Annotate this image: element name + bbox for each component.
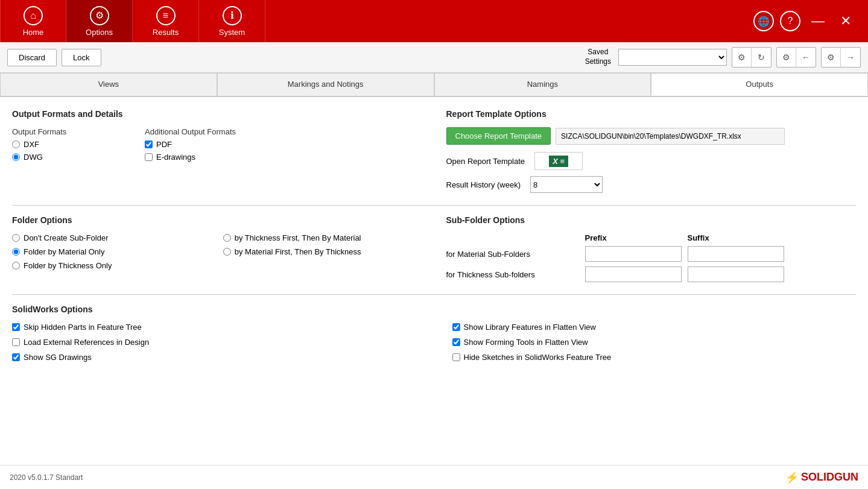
show-forming-label: Show Forming Tools in Flatten View [464,338,588,347]
hide-sketches-option: Hide Sketches in SolidWorks Feature Tree [452,353,857,362]
saved-settings-label: SavedSettings [585,48,611,66]
prefix-suffix-headers: Prefix Suffix [446,233,857,242]
toolbar-group-2: ⚙ ← [776,47,816,68]
additional-formats-group: Additional Output Formats PDF E-drawings [145,127,241,162]
folder-sections: Folder Options Don't Create Sub-Folder b… [12,215,856,282]
show-library-checkbox[interactable] [452,323,460,331]
no-subfolder-radio[interactable] [12,234,20,242]
show-library-label: Show Library Features in Flatten View [464,323,596,332]
output-formats-label: Output Formats [12,127,109,136]
excel-icon-box[interactable]: X ≡ [534,152,583,170]
skip-hidden-checkbox[interactable] [12,323,20,331]
logo-text: SOLIDGUN [801,471,858,484]
dxf-label: DXF [24,140,39,149]
thickness-first-radio[interactable] [223,234,231,242]
material-only-option: Folder by Material Only [12,247,211,256]
show-forming-checkbox[interactable] [452,338,460,346]
load-external-checkbox[interactable] [12,338,20,346]
tab-namings[interactable]: Namings [434,73,651,96]
choose-template-button[interactable]: Choose Report Template [446,127,551,145]
load-external-option: Load External References in Design [12,338,416,347]
edrawings-option: E-drawings [145,153,241,162]
output-formats-section: Output Formats and Details Output Format… [12,109,422,193]
nav-home[interactable]: ⌂ Home [0,0,66,42]
material-subfolder-row: for Material Sub-Folders [446,246,857,262]
pdf-option: PDF [145,140,241,149]
toolbar-group-3: ⚙ → [821,47,861,68]
folder-options-section: Folder Options Don't Create Sub-Folder b… [12,215,422,282]
open-template-row: Open Report Template X ≡ [446,152,857,170]
hide-sketches-checkbox[interactable] [452,353,460,361]
footer-logo: ⚡ SOLIDGUN [785,471,858,484]
load-external-label: Load External References in Design [24,338,149,347]
help-icon[interactable]: ? [780,11,800,31]
material-suffix-input[interactable] [688,246,784,262]
report-template-title: Report Template Options [446,109,857,119]
main-content: Output Formats and Details Output Format… [0,97,868,487]
discard-button[interactable]: Discard [7,49,57,66]
settings-icon-1[interactable]: ⚙ [732,48,752,67]
nav-options[interactable]: ⚙ Options [66,0,133,42]
folder-options-title: Folder Options [12,215,422,225]
toolbar: Discard Lock SavedSettings ⚙ ↻ ⚙ ← ⚙ → [0,42,868,73]
material-first-label: by Material First, Then By Thickness [235,247,361,256]
show-library-option: Show Library Features in Flatten View [452,323,857,332]
solidworks-options-grid: Skip Hidden Parts in Feature Tree Load E… [12,323,856,368]
logo-symbol: ⚡ [785,471,799,484]
forward-icon[interactable]: → [841,48,860,67]
tab-markings[interactable]: Markings and Notings [217,73,434,96]
thickness-only-radio[interactable] [12,262,20,270]
show-forming-option: Show Forming Tools in Flatten View [452,338,857,347]
dwg-radio[interactable] [12,153,20,161]
thickness-only-option: Folder by Thickness Only [12,261,211,270]
globe-icon[interactable]: 🌐 [753,11,774,31]
close-button[interactable]: ✕ [835,11,856,31]
results-icon: ≡ [156,6,176,25]
settings-icon-3[interactable]: ⚙ [822,48,841,67]
subfolder-options-section: Sub-Folder Options Prefix Suffix for Mat… [446,215,857,282]
thickness-first-label: by Thickness First, Then By Material [235,233,361,242]
result-history-select[interactable]: 8 4 12 16 20 [530,176,603,193]
nav-results[interactable]: ≡ Results [133,0,199,42]
material-first-radio[interactable] [223,248,231,256]
hide-sketches-label: Hide Sketches in SolidWorks Feature Tree [464,353,612,362]
edrawings-label: E-drawings [156,153,195,162]
choose-template-row: Choose Report Template SIZCA\SOLIDGUN\bi… [446,127,857,145]
options-icon: ⚙ [90,6,109,25]
edrawings-checkbox[interactable] [145,153,153,161]
thickness-suffix-input[interactable] [688,267,784,282]
show-sg-checkbox[interactable] [12,353,20,361]
divider-1 [12,205,856,206]
settings-icon-2[interactable]: ⚙ [777,48,796,67]
top-navigation: ⌂ Home ⚙ Options ≡ Results ℹ System 🌐 ? … [0,0,868,42]
home-icon: ⌂ [24,6,43,25]
open-template-label: Open Report Template [446,157,525,166]
dxf-radio[interactable] [12,140,20,148]
pdf-checkbox[interactable] [145,140,153,148]
show-sg-option: Show SG Drawings [12,353,416,362]
divider-2 [12,294,856,295]
nav-right-controls: 🌐 ? — ✕ [753,11,868,31]
minimize-button[interactable]: — [806,11,829,31]
footer: 2020 v5.0.1.7 Standart ⚡ SOLIDGUN [0,465,868,489]
thickness-subfolder-label: for Thickness Sub-folders [446,270,579,279]
system-icon: ℹ [223,6,242,25]
report-template-section: Report Template Options Choose Report Te… [446,109,857,193]
tab-outputs[interactable]: Outputs [651,73,868,96]
solidworks-options-section: SolidWorks Options Skip Hidden Parts in … [12,304,856,368]
material-only-radio[interactable] [12,248,20,256]
saved-settings-select[interactable] [618,49,727,66]
show-sg-label: Show SG Drawings [24,353,92,362]
tab-views[interactable]: Views [0,73,217,96]
folder-options-grid: Don't Create Sub-Folder by Thickness Fir… [12,233,422,270]
skip-hidden-label: Skip Hidden Parts in Feature Tree [24,323,142,332]
dxf-option: DXF [12,140,109,149]
thickness-prefix-input[interactable] [585,267,682,282]
back-icon[interactable]: ← [796,48,816,67]
lock-button[interactable]: Lock [62,49,101,66]
nav-system[interactable]: ℹ System [199,0,265,42]
refresh-icon[interactable]: ↻ [752,48,771,67]
prefix-header: Prefix [585,233,688,242]
material-prefix-input[interactable] [585,246,682,262]
material-first-option: by Material First, Then By Thickness [223,247,422,256]
